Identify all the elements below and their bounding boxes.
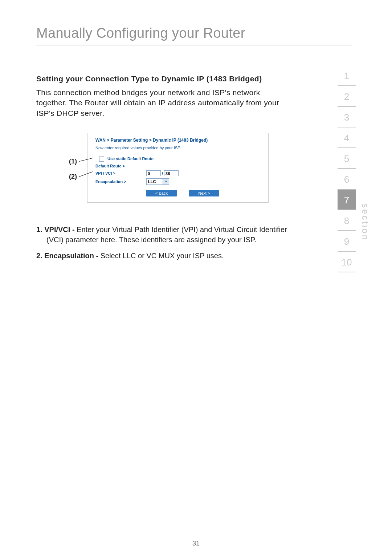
row-encapsulation: Encapsulation > LLC ▾	[95, 178, 260, 185]
page-number: 31	[0, 540, 392, 547]
breadcrumb: WAN > Parameter Setting > Dynamic IP (14…	[95, 138, 260, 143]
callout-2: (2)	[69, 173, 77, 180]
definition-1-label: 1. VPI/VCI -	[36, 226, 77, 234]
vci-input[interactable]: 38	[164, 170, 179, 176]
encapsulation-select[interactable]: LLC ▾	[146, 178, 169, 185]
definition-2-text: Select LLC or VC MUX your ISP uses.	[101, 252, 224, 260]
static-route-checkbox[interactable]	[99, 157, 104, 162]
chevron-down-icon: ▾	[163, 179, 169, 184]
page-title: Manually Configuring your Router	[36, 25, 352, 41]
default-route-label: Default Route >	[95, 164, 146, 168]
section-side-label: section	[360, 203, 370, 241]
callout-1: (1)	[69, 158, 77, 165]
definitions-list: 1. VPI/VCI - Enter your Virtual Path Ide…	[36, 224, 298, 261]
encapsulation-value: LLC	[147, 179, 163, 184]
tab-2[interactable]: 2	[338, 86, 356, 107]
encapsulation-label: Encapsulation >	[95, 179, 146, 184]
definition-2: 2. Encapsulation - Select LLC or VC MUX …	[36, 251, 298, 261]
breadcrumb-sep-2: >	[149, 138, 152, 143]
section-heading: Setting your Connection Type to Dynamic …	[36, 74, 352, 83]
row-default-route: Default Route >	[95, 164, 260, 168]
vpi-input[interactable]: 0	[146, 170, 161, 176]
breadcrumb-a: WAN	[95, 138, 106, 143]
config-panel: WAN > Parameter Setting > Dynamic IP (14…	[87, 133, 269, 203]
tab-10[interactable]: 10	[338, 252, 356, 272]
tab-8[interactable]: 8	[338, 210, 356, 231]
row-static-default-route: Use static Default Route:	[95, 157, 260, 162]
back-button[interactable]: < Back	[146, 190, 177, 196]
definition-1: 1. VPI/VCI - Enter your Virtual Path Ide…	[36, 224, 298, 245]
panel-subnote: Now enter required values provided by yo…	[95, 146, 260, 150]
definition-1-text: Enter your Virtual Path Identifier (VPI)…	[46, 226, 287, 244]
definition-2-label: 2. Encapsulation -	[36, 252, 101, 260]
panel-button-row: < Back Next >	[95, 190, 260, 196]
tab-3[interactable]: 3	[338, 107, 356, 127]
vpi-vci-slash: /	[162, 171, 163, 175]
next-button[interactable]: Next >	[189, 190, 219, 196]
row-vpi-vci: VPI / VCI > 0 / 38	[95, 170, 260, 176]
breadcrumb-sep-1: >	[107, 138, 109, 143]
static-route-label: Use static Default Route:	[107, 157, 155, 161]
config-panel-figure: (1) (2) WAN > Parameter Setting > Dynami…	[73, 133, 352, 203]
manual-page: Manually Configuring your Router Setting…	[0, 0, 392, 560]
tab-9[interactable]: 9	[338, 231, 356, 252]
tab-1[interactable]: 1	[338, 65, 356, 86]
title-rule	[36, 45, 352, 45]
breadcrumb-b: Parameter Setting	[111, 138, 148, 143]
section-paragraph: This connection method bridges your netw…	[36, 88, 290, 118]
breadcrumb-c: Dynamic IP (1483 Bridged)	[153, 138, 208, 143]
vpi-vci-label: VPI / VCI >	[95, 171, 146, 175]
